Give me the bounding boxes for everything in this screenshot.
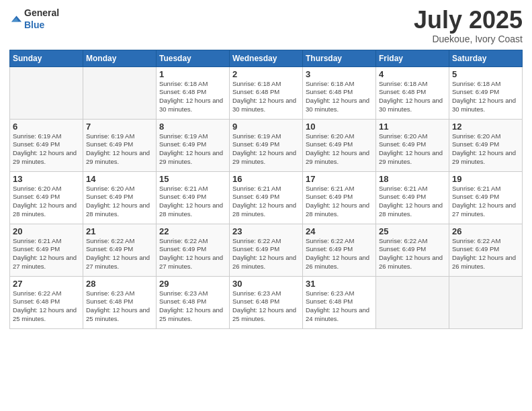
calendar-week-row: 6Sunrise: 6:19 AM Sunset: 6:49 PM Daylig… (10, 119, 523, 171)
weekday-header-cell: Friday (376, 50, 449, 66)
calendar-cell: 15Sunrise: 6:21 AM Sunset: 6:49 PM Dayli… (157, 171, 230, 224)
day-info: Sunrise: 6:21 AM Sunset: 6:49 PM Dayligh… (232, 185, 300, 219)
day-number: 20 (13, 226, 80, 236)
day-info: Sunrise: 6:22 AM Sunset: 6:49 PM Dayligh… (306, 237, 373, 271)
calendar-cell: 20Sunrise: 6:21 AM Sunset: 6:49 PM Dayli… (10, 224, 83, 276)
day-number: 8 (159, 122, 226, 132)
calendar-cell (10, 66, 83, 119)
calendar-cell: 3Sunrise: 6:18 AM Sunset: 6:48 PM Daylig… (303, 66, 376, 119)
day-info: Sunrise: 6:22 AM Sunset: 6:49 PM Dayligh… (159, 237, 226, 271)
calendar-cell: 14Sunrise: 6:20 AM Sunset: 6:49 PM Dayli… (83, 171, 157, 224)
logo-icon (9, 13, 21, 25)
calendar-cell: 26Sunrise: 6:22 AM Sunset: 6:49 PM Dayli… (449, 224, 523, 276)
day-number: 14 (86, 174, 153, 184)
day-number: 30 (232, 279, 300, 289)
day-number: 26 (452, 226, 519, 236)
calendar-cell (376, 276, 449, 328)
title-block: July 2025 Duekoue, Ivory Coast (414, 7, 523, 44)
calendar-cell: 27Sunrise: 6:22 AM Sunset: 6:48 PM Dayli… (10, 276, 83, 328)
day-info: Sunrise: 6:22 AM Sunset: 6:49 PM Dayligh… (452, 237, 519, 271)
day-info: Sunrise: 6:23 AM Sunset: 6:48 PM Dayligh… (306, 289, 373, 324)
day-number: 6 (13, 122, 80, 132)
calendar-cell: 18Sunrise: 6:21 AM Sunset: 6:49 PM Dayli… (376, 171, 449, 224)
day-info: Sunrise: 6:23 AM Sunset: 6:48 PM Dayligh… (86, 289, 153, 324)
day-info: Sunrise: 6:21 AM Sunset: 6:49 PM Dayligh… (13, 237, 80, 271)
logo-blue: Blue (24, 19, 44, 30)
calendar-page: General Blue July 2025 Duekoue, Ivory Co… (0, 0, 532, 411)
day-info: Sunrise: 6:21 AM Sunset: 6:49 PM Dayligh… (379, 185, 446, 219)
day-info: Sunrise: 6:18 AM Sunset: 6:48 PM Dayligh… (232, 80, 300, 114)
month-title: July 2025 (414, 7, 523, 34)
calendar-cell: 9Sunrise: 6:19 AM Sunset: 6:49 PM Daylig… (230, 119, 303, 171)
day-info: Sunrise: 6:19 AM Sunset: 6:49 PM Dayligh… (232, 132, 300, 167)
weekday-header-cell: Monday (83, 50, 157, 66)
calendar-cell: 5Sunrise: 6:18 AM Sunset: 6:49 PM Daylig… (449, 66, 523, 119)
day-info: Sunrise: 6:18 AM Sunset: 6:49 PM Dayligh… (452, 80, 519, 114)
calendar-cell: 30Sunrise: 6:23 AM Sunset: 6:48 PM Dayli… (230, 276, 303, 328)
day-info: Sunrise: 6:20 AM Sunset: 6:49 PM Dayligh… (306, 132, 373, 167)
day-number: 12 (452, 122, 519, 132)
day-number: 4 (379, 69, 446, 79)
day-number: 31 (306, 279, 373, 289)
location-title: Duekoue, Ivory Coast (414, 34, 523, 44)
calendar-cell: 13Sunrise: 6:20 AM Sunset: 6:49 PM Dayli… (10, 171, 83, 224)
day-number: 23 (232, 226, 300, 236)
day-info: Sunrise: 6:18 AM Sunset: 6:48 PM Dayligh… (159, 80, 226, 114)
day-number: 27 (13, 279, 80, 289)
day-info: Sunrise: 6:19 AM Sunset: 6:49 PM Dayligh… (159, 132, 226, 167)
calendar-cell: 17Sunrise: 6:21 AM Sunset: 6:49 PM Dayli… (303, 171, 376, 224)
logo: General Blue (9, 7, 59, 31)
day-number: 1 (159, 69, 226, 79)
day-number: 18 (379, 174, 446, 184)
calendar-cell: 10Sunrise: 6:20 AM Sunset: 6:49 PM Dayli… (303, 119, 376, 171)
weekday-header-cell: Sunday (10, 50, 83, 66)
calendar-body: 1Sunrise: 6:18 AM Sunset: 6:48 PM Daylig… (10, 66, 523, 328)
calendar-cell: 22Sunrise: 6:22 AM Sunset: 6:49 PM Dayli… (157, 224, 230, 276)
calendar-cell: 28Sunrise: 6:23 AM Sunset: 6:48 PM Dayli… (83, 276, 157, 328)
day-info: Sunrise: 6:18 AM Sunset: 6:48 PM Dayligh… (379, 80, 446, 114)
calendar-cell: 7Sunrise: 6:19 AM Sunset: 6:49 PM Daylig… (83, 119, 157, 171)
day-info: Sunrise: 6:23 AM Sunset: 6:48 PM Dayligh… (232, 289, 300, 324)
day-info: Sunrise: 6:21 AM Sunset: 6:49 PM Dayligh… (306, 185, 373, 219)
day-number: 16 (232, 174, 300, 184)
calendar-cell: 11Sunrise: 6:20 AM Sunset: 6:49 PM Dayli… (376, 119, 449, 171)
calendar-cell: 6Sunrise: 6:19 AM Sunset: 6:49 PM Daylig… (10, 119, 83, 171)
day-number: 2 (232, 69, 300, 79)
calendar-week-row: 20Sunrise: 6:21 AM Sunset: 6:49 PM Dayli… (10, 224, 523, 276)
day-info: Sunrise: 6:22 AM Sunset: 6:49 PM Dayligh… (86, 237, 153, 271)
calendar-cell: 21Sunrise: 6:22 AM Sunset: 6:49 PM Dayli… (83, 224, 157, 276)
calendar-cell: 25Sunrise: 6:22 AM Sunset: 6:49 PM Dayli… (376, 224, 449, 276)
calendar-week-row: 27Sunrise: 6:22 AM Sunset: 6:48 PM Dayli… (10, 276, 523, 328)
day-info: Sunrise: 6:23 AM Sunset: 6:48 PM Dayligh… (159, 289, 226, 324)
day-info: Sunrise: 6:22 AM Sunset: 6:49 PM Dayligh… (379, 237, 446, 271)
day-number: 7 (86, 122, 153, 132)
logo-general: General (24, 7, 59, 18)
day-info: Sunrise: 6:20 AM Sunset: 6:49 PM Dayligh… (13, 185, 80, 219)
calendar-cell: 2Sunrise: 6:18 AM Sunset: 6:48 PM Daylig… (230, 66, 303, 119)
calendar-week-row: 1Sunrise: 6:18 AM Sunset: 6:48 PM Daylig… (10, 66, 523, 119)
day-info: Sunrise: 6:19 AM Sunset: 6:49 PM Dayligh… (13, 132, 80, 167)
calendar-cell: 19Sunrise: 6:21 AM Sunset: 6:49 PM Dayli… (449, 171, 523, 224)
day-info: Sunrise: 6:21 AM Sunset: 6:49 PM Dayligh… (159, 185, 226, 219)
calendar-cell (83, 66, 157, 119)
day-number: 10 (306, 122, 373, 132)
weekday-header-cell: Thursday (303, 50, 376, 66)
day-number: 25 (379, 226, 446, 236)
calendar-cell: 31Sunrise: 6:23 AM Sunset: 6:48 PM Dayli… (303, 276, 376, 328)
calendar-cell: 16Sunrise: 6:21 AM Sunset: 6:49 PM Dayli… (230, 171, 303, 224)
calendar-table: SundayMondayTuesdayWednesdayThursdayFrid… (9, 50, 523, 329)
day-info: Sunrise: 6:21 AM Sunset: 6:49 PM Dayligh… (452, 185, 519, 219)
day-number: 9 (232, 122, 300, 132)
calendar-week-row: 13Sunrise: 6:20 AM Sunset: 6:49 PM Dayli… (10, 171, 523, 224)
calendar-cell: 24Sunrise: 6:22 AM Sunset: 6:49 PM Dayli… (303, 224, 376, 276)
calendar-cell: 1Sunrise: 6:18 AM Sunset: 6:48 PM Daylig… (157, 66, 230, 119)
day-info: Sunrise: 6:20 AM Sunset: 6:49 PM Dayligh… (379, 132, 446, 167)
day-number: 21 (86, 226, 153, 236)
day-number: 29 (159, 279, 226, 289)
day-number: 5 (452, 69, 519, 79)
calendar-cell: 29Sunrise: 6:23 AM Sunset: 6:48 PM Dayli… (157, 276, 230, 328)
calendar-cell: 4Sunrise: 6:18 AM Sunset: 6:48 PM Daylig… (376, 66, 449, 119)
day-info: Sunrise: 6:18 AM Sunset: 6:48 PM Dayligh… (306, 80, 373, 114)
calendar-cell: 8Sunrise: 6:19 AM Sunset: 6:49 PM Daylig… (157, 119, 230, 171)
day-number: 3 (306, 69, 373, 79)
